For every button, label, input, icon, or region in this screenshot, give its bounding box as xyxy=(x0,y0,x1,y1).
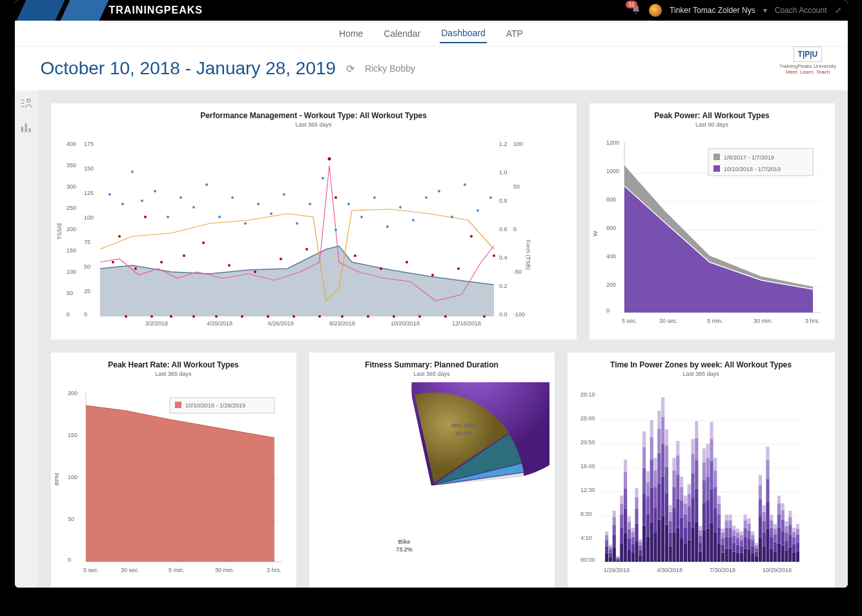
svg-rect-385 xyxy=(762,521,765,533)
svg-point-81 xyxy=(131,170,134,173)
svg-rect-178 xyxy=(608,557,611,562)
pp-svg: W 120010008006004002000 5 sec.30 sec.5 m… xyxy=(593,133,830,333)
svg-point-106 xyxy=(451,216,453,218)
svg-rect-181 xyxy=(608,547,611,549)
svg-text:150: 150 xyxy=(84,165,94,172)
notifications-button[interactable]: 31 xyxy=(631,5,641,17)
svg-rect-238 xyxy=(653,533,657,562)
svg-rect-4 xyxy=(21,127,23,132)
svg-rect-301 xyxy=(699,530,702,536)
tpu-badge[interactable]: T|P|U TrainingPeaks University Meet. Lea… xyxy=(779,46,836,75)
svg-text:0: 0 xyxy=(606,307,610,314)
svg-rect-383 xyxy=(762,546,765,562)
fitness-summary-chart[interactable]: Fitness Summary: Planned Duration Last 3… xyxy=(309,353,555,588)
svg-point-91 xyxy=(257,203,260,205)
svg-point-98 xyxy=(347,203,350,205)
svg-rect-358 xyxy=(743,549,746,562)
svg-text:10/10/2018 - 1/7/2019: 10/10/2018 - 1/7/2019 xyxy=(724,166,781,172)
svg-point-74 xyxy=(444,315,447,318)
svg-rect-390 xyxy=(766,479,769,502)
svg-rect-262 xyxy=(668,505,672,512)
svg-point-56 xyxy=(228,264,231,267)
nav-atp[interactable]: ATP xyxy=(505,25,524,43)
svg-rect-313 xyxy=(710,522,713,562)
svg-rect-326 xyxy=(717,504,721,514)
svg-rect-359 xyxy=(743,537,746,549)
svg-text:3 hrs.: 3 hrs. xyxy=(267,567,282,573)
svg-rect-352 xyxy=(736,529,739,533)
user-name[interactable]: Tinker Tomac Zolder Nys xyxy=(670,6,755,15)
svg-rect-254 xyxy=(664,493,668,525)
svg-rect-402 xyxy=(774,524,777,528)
main-nav: Home Calendar Dashboard ATP xyxy=(15,21,848,46)
nav-calendar[interactable]: Calendar xyxy=(382,25,422,43)
pm-subtitle: Last 365 days xyxy=(55,121,573,128)
svg-text:10/20/2018: 10/20/2018 xyxy=(391,320,420,327)
svg-rect-323 xyxy=(717,543,721,562)
svg-rect-378 xyxy=(758,537,761,562)
svg-rect-409 xyxy=(781,531,784,546)
svg-rect-379 xyxy=(758,517,761,537)
nav-dashboard[interactable]: Dashboard xyxy=(440,24,487,43)
svg-text:350: 350 xyxy=(67,162,76,169)
fullscreen-icon[interactable]: ⤢ xyxy=(835,6,841,15)
svg-rect-289 xyxy=(691,498,694,528)
peak-power-chart[interactable]: Peak Power: All Workout Types Last 90 da… xyxy=(590,103,835,340)
svg-rect-211 xyxy=(631,532,634,537)
svg-rect-416 xyxy=(785,526,788,533)
svg-rect-199 xyxy=(624,509,627,533)
svg-rect-373 xyxy=(755,557,758,562)
athlete-list-icon[interactable] xyxy=(20,97,33,112)
svg-point-85 xyxy=(180,196,182,199)
tz-svg: 29:1025:0020:5016:4012:308:204:1000:00 1… xyxy=(571,382,808,582)
svg-rect-337 xyxy=(724,515,728,520)
svg-rect-280 xyxy=(683,514,686,527)
svg-point-103 xyxy=(412,219,415,221)
svg-text:800: 800 xyxy=(606,196,616,203)
svg-rect-190 xyxy=(616,558,619,559)
athlete-name[interactable]: Ricky Bobby xyxy=(365,63,415,74)
svg-point-84 xyxy=(167,216,169,218)
svg-point-102 xyxy=(399,206,402,209)
peak-hr-chart[interactable]: Peak Heart Rate: All Workout Types Last … xyxy=(51,353,296,588)
svg-rect-305 xyxy=(702,480,705,503)
svg-point-76 xyxy=(470,235,473,238)
svg-rect-345 xyxy=(732,536,735,543)
svg-text:0: 0 xyxy=(513,226,517,232)
svg-rect-263 xyxy=(672,533,675,562)
svg-text:200: 200 xyxy=(67,226,76,232)
svg-rect-217 xyxy=(635,488,638,497)
date-range[interactable]: October 10, 2018 - January 28, 2019 xyxy=(41,58,336,79)
bar-chart-icon[interactable] xyxy=(20,121,33,137)
svg-point-63 xyxy=(318,315,321,318)
svg-point-61 xyxy=(292,315,295,318)
refresh-button[interactable]: ⟳ xyxy=(346,63,354,75)
svg-rect-207 xyxy=(627,517,630,522)
coach-account-link[interactable]: Coach Account xyxy=(775,6,827,15)
nav-home[interactable]: Home xyxy=(338,25,364,43)
svg-rect-341 xyxy=(728,520,732,528)
svg-point-54 xyxy=(202,241,205,244)
svg-rect-339 xyxy=(728,537,732,549)
svg-rect-177 xyxy=(605,531,608,535)
svg-rect-360 xyxy=(743,528,746,537)
time-in-zones-chart[interactable]: Time In Power Zones by week: All Workout… xyxy=(568,353,835,588)
chevron-down-icon[interactable]: ▾ xyxy=(763,6,767,15)
svg-text:29:10: 29:10 xyxy=(580,391,595,398)
svg-rect-340 xyxy=(728,528,732,537)
avatar[interactable] xyxy=(649,4,662,17)
svg-rect-279 xyxy=(683,528,686,544)
perf-mgmt-chart[interactable]: Performance Management - Workout Type: A… xyxy=(51,103,577,340)
svg-point-100 xyxy=(373,196,376,199)
svg-point-109 xyxy=(489,196,492,199)
svg-rect-329 xyxy=(721,544,724,552)
svg-rect-266 xyxy=(672,470,675,487)
svg-rect-285 xyxy=(687,506,690,522)
svg-rect-236 xyxy=(650,437,653,460)
svg-rect-331 xyxy=(721,533,724,538)
svg-rect-420 xyxy=(788,525,792,535)
svg-rect-244 xyxy=(657,483,661,519)
svg-rect-376 xyxy=(755,545,758,548)
svg-rect-346 xyxy=(732,530,735,536)
svg-rect-209 xyxy=(631,544,634,553)
